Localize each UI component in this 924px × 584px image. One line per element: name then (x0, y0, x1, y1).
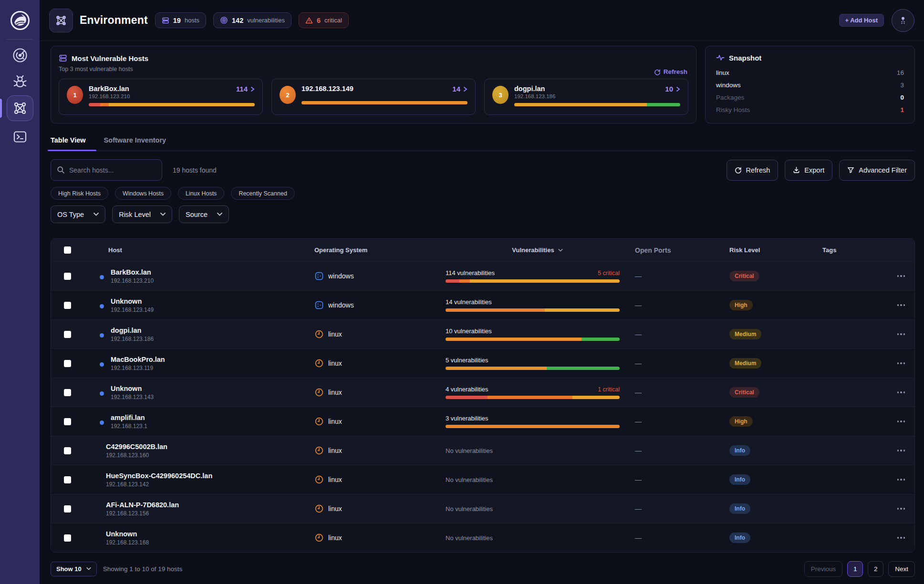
tab-software-inventory[interactable]: Software Inventory (104, 134, 166, 151)
os-label: windows (328, 272, 354, 280)
column-vulnerabilities[interactable]: Vulnerabilities (443, 246, 629, 254)
host-name: MacBookPro.lan (111, 356, 165, 363)
table-row[interactable]: BarkBox.lan 192.168.123.210 windows 114 … (51, 261, 914, 290)
chip-high-risk-hosts[interactable]: High Risk Hosts (51, 187, 108, 200)
row-actions-button[interactable] (888, 537, 914, 539)
add-host-button[interactable]: + Add Host (839, 14, 884, 27)
host-name: Unknown (111, 385, 154, 392)
table-row[interactable]: MacBookPro.lan 192.168.123.119 linux 5 v… (51, 348, 914, 378)
page-size-select[interactable]: Show 10 (51, 562, 97, 576)
vulnerable-host-card[interactable]: 1 BarkBox.lan 192.168.123.210 114 (59, 79, 263, 115)
warning-triangle-icon (305, 17, 313, 24)
host-name: Unknown (106, 530, 149, 538)
source-select[interactable]: Source (179, 205, 229, 223)
row-actions-button[interactable] (888, 275, 914, 277)
os-type-select[interactable]: OS Type (51, 205, 105, 223)
vulnerability-count: 10 vulnerabilities (446, 328, 492, 335)
chip-recently-scanned[interactable]: Recently Scanned (231, 187, 294, 200)
table-row[interactable]: dogpi.lan 192.168.123.186 linux 10 vulne… (51, 319, 914, 348)
vulnerable-host-card[interactable]: 2 192.168.123.149 14 (271, 79, 476, 115)
table-row[interactable]: C42996C5002B.lan 192.168.123.160 linux N… (51, 436, 914, 465)
refresh-button[interactable]: Refresh (727, 160, 779, 181)
ellipsis-menu-icon (897, 420, 905, 422)
table-row[interactable]: Unknown 192.168.123.149 windows 14 vulne… (51, 290, 914, 319)
ellipsis-menu-icon (897, 537, 905, 539)
row-checkbox[interactable] (64, 302, 71, 309)
ellipsis-menu-icon (897, 479, 905, 481)
row-checkbox[interactable] (64, 360, 71, 367)
app-logo-wolf-icon[interactable] (9, 10, 31, 31)
previous-page-button[interactable]: Previous (804, 561, 843, 577)
search-input[interactable] (69, 166, 156, 174)
risk-level-select[interactable]: Risk Level (112, 205, 172, 223)
table-row[interactable]: Unknown 192.168.123.143 linux 4 vulnerab… (51, 378, 914, 407)
critical-label: critical (324, 17, 342, 24)
sidebar-item-terminal-icon[interactable] (11, 128, 29, 146)
snapshot-label: Packages (716, 92, 744, 104)
open-ports-value: — (629, 389, 723, 396)
sidebar-item-environment-network-icon[interactable] (7, 95, 33, 121)
online-dot (100, 391, 104, 396)
row-actions-button[interactable] (888, 304, 914, 306)
chevron-down-icon (160, 213, 166, 216)
host-name: dogpi.lan (111, 327, 154, 334)
user-avatar[interactable] (892, 9, 914, 32)
search-box[interactable] (51, 159, 162, 181)
tabs: Table View Software Inventory (51, 134, 915, 151)
server-icon (162, 17, 169, 24)
advanced-filter-button[interactable]: Advanced Filter (839, 160, 915, 181)
row-checkbox[interactable] (64, 447, 71, 454)
row-checkbox[interactable] (64, 476, 71, 483)
row-actions-button[interactable] (888, 450, 914, 451)
row-actions-button[interactable] (888, 420, 914, 422)
most-vulnerable-hosts-panel: Most Vulnerable Hosts Top 3 most vulnera… (51, 46, 696, 123)
tab-table-view[interactable]: Table View (51, 134, 86, 151)
vulnerable-host-card[interactable]: 3 dogpi.lan 192.168.123.186 10 (484, 79, 688, 115)
table-row[interactable]: amplifi.lan 192.168.123.1 linux 3 vulner… (51, 407, 914, 436)
chip-windows-hosts[interactable]: Windows Hosts (115, 187, 171, 200)
vulnerability-bar (446, 367, 620, 370)
page-1-button[interactable]: 1 (847, 561, 863, 577)
chip-linux-hosts[interactable]: Linux Hosts (178, 187, 224, 200)
row-actions-button[interactable] (888, 508, 914, 510)
vulnerabilities-count-badge: 142 vulnerabilities (213, 12, 291, 28)
page-2-button[interactable]: 2 (868, 561, 883, 577)
critical-count: 6 (317, 17, 321, 24)
open-ports-value: — (629, 505, 723, 512)
chevron-down-icon (217, 213, 222, 216)
ellipsis-menu-icon (897, 450, 905, 451)
snapshot-row: windows 3 (716, 79, 904, 92)
row-actions-button[interactable] (888, 333, 914, 335)
pulse-icon (716, 53, 725, 62)
column-tags: Tags (816, 246, 888, 254)
row-checkbox[interactable] (64, 418, 71, 425)
sidebar-item-radar-scan-icon[interactable] (11, 46, 29, 64)
table-row[interactable]: AFi-ALN-P-7D6820.lan 192.168.123.156 lin… (51, 494, 914, 523)
sidebar-item-bug-icon[interactable] (11, 73, 29, 91)
row-actions-button[interactable] (888, 362, 914, 364)
host-name: HueSyncBox-C429960254DC.lan (106, 472, 212, 480)
select-all-checkbox[interactable] (64, 246, 71, 254)
row-checkbox[interactable] (64, 505, 71, 512)
sort-chevron-icon (558, 249, 563, 252)
next-page-button[interactable]: Next (888, 561, 915, 577)
row-checkbox[interactable] (64, 389, 71, 396)
column-host: Host (85, 246, 314, 254)
export-button[interactable]: Export (785, 160, 832, 181)
row-checkbox[interactable] (64, 534, 71, 542)
open-ports-value: — (629, 534, 723, 542)
risk-level-badge: Info (729, 474, 750, 485)
row-actions-button[interactable] (888, 479, 914, 481)
vulnerability-bar (446, 396, 620, 399)
row-actions-button[interactable] (888, 391, 914, 393)
table-row[interactable]: Unknown 192.168.123.168 linux No vulnera… (51, 523, 914, 552)
table-row[interactable]: HueSyncBox-C429960254DC.lan 192.168.123.… (51, 465, 914, 494)
row-checkbox[interactable] (64, 273, 71, 280)
ellipsis-menu-icon (897, 508, 905, 510)
panel-refresh-button[interactable]: Refresh (654, 68, 687, 75)
card-host-name: 192.168.123.149 (301, 85, 353, 92)
linux-icon (314, 388, 324, 397)
online-dot (100, 362, 104, 367)
row-checkbox[interactable] (64, 331, 71, 338)
linux-icon (314, 533, 324, 543)
